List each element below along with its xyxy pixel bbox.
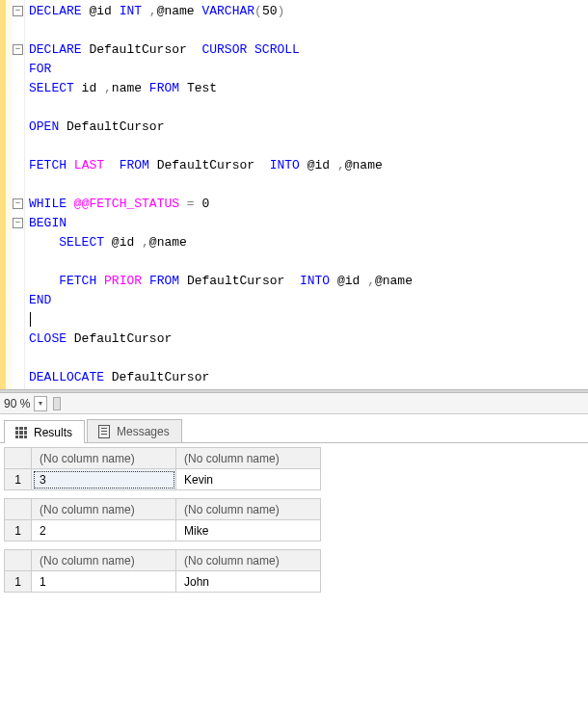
- table-row[interactable]: 12Mike: [5, 520, 321, 541]
- fold-toggle[interactable]: −: [13, 6, 23, 16]
- result-set: (No column name)(No column name)12Mike: [4, 498, 588, 541]
- results-grid[interactable]: (No column name)(No column name)11John: [4, 549, 321, 593]
- text-caret: [30, 312, 31, 327]
- code-line[interactable]: DECLARE @id INT ,@name VARCHAR(50): [29, 2, 588, 21]
- table-row[interactable]: 13Kevin: [5, 469, 321, 490]
- code-line[interactable]: OPEN DefaultCursor: [29, 118, 588, 137]
- grid-corner[interactable]: [5, 550, 32, 571]
- cell[interactable]: 3: [32, 469, 176, 490]
- grid-corner[interactable]: [5, 448, 32, 469]
- code-line[interactable]: FETCH PRIOR FROM DefaultCursor INTO @id …: [29, 272, 588, 291]
- code-line[interactable]: [29, 252, 588, 272]
- column-header[interactable]: (No column name): [32, 448, 176, 469]
- code-area[interactable]: DECLARE @id INT ,@name VARCHAR(50)DECLAR…: [25, 0, 588, 389]
- zoom-dropdown[interactable]: ▾: [34, 396, 47, 411]
- tab-messages-label: Messages: [117, 425, 170, 438]
- result-set: (No column name)(No column name)11John: [4, 549, 588, 593]
- results-grid[interactable]: (No column name)(No column name)12Mike: [4, 498, 321, 541]
- column-header[interactable]: (No column name): [176, 448, 321, 469]
- code-line[interactable]: [29, 137, 588, 156]
- zoom-bar: 90 % ▾: [0, 393, 588, 414]
- code-line[interactable]: [29, 175, 588, 195]
- tab-results-label: Results: [34, 426, 72, 439]
- code-line[interactable]: DEALLOCATE DefaultCursor: [29, 368, 588, 387]
- code-line[interactable]: SELECT id ,name FROM Test: [29, 79, 588, 98]
- code-line[interactable]: END: [29, 291, 588, 310]
- tab-results[interactable]: Results: [4, 420, 85, 443]
- results-pane: (No column name)(No column name)13Kevin(…: [0, 443, 588, 608]
- cell[interactable]: 2: [32, 520, 176, 541]
- code-line[interactable]: [29, 310, 588, 330]
- row-header[interactable]: 1: [5, 520, 32, 541]
- cell[interactable]: Kevin: [176, 469, 321, 490]
- fold-toggle[interactable]: −: [13, 198, 23, 209]
- column-header[interactable]: (No column name): [32, 499, 176, 520]
- results-tabs: Results Messages: [0, 414, 588, 443]
- row-header[interactable]: 1: [5, 571, 32, 593]
- code-line[interactable]: [29, 98, 588, 118]
- tab-messages[interactable]: Messages: [87, 419, 182, 442]
- code-line[interactable]: [29, 349, 588, 368]
- sql-editor[interactable]: −−−− DECLARE @id INT ,@name VARCHAR(50)D…: [0, 0, 588, 389]
- table-row[interactable]: 11John: [5, 571, 321, 593]
- code-line[interactable]: FOR: [29, 60, 588, 79]
- code-line[interactable]: WHILE @@FETCH_STATUS = 0: [29, 195, 588, 214]
- cell[interactable]: John: [176, 571, 321, 593]
- column-header[interactable]: (No column name): [176, 499, 321, 520]
- grid-corner[interactable]: [5, 499, 32, 520]
- row-header[interactable]: 1: [5, 469, 32, 490]
- cell[interactable]: Mike: [176, 520, 321, 541]
- code-line[interactable]: FETCH LAST FROM DefaultCursor INTO @id ,…: [29, 156, 588, 175]
- code-line[interactable]: CLOSE DefaultCursor: [29, 330, 588, 349]
- cell[interactable]: 1: [32, 571, 176, 593]
- grid-icon: [14, 426, 28, 439]
- result-set: (No column name)(No column name)13Kevin: [4, 447, 588, 490]
- messages-icon: [97, 425, 111, 438]
- code-line[interactable]: DECLARE DefaultCursor CURSOR SCROLL: [29, 40, 588, 60]
- code-line[interactable]: SELECT @id ,@name: [29, 233, 588, 252]
- code-line[interactable]: BEGIN: [29, 214, 588, 233]
- column-header[interactable]: (No column name): [32, 550, 176, 571]
- fold-gutter[interactable]: −−−−: [12, 0, 25, 389]
- code-line[interactable]: [29, 21, 588, 40]
- horizontal-scroll-thumb[interactable]: [53, 397, 61, 410]
- fold-toggle[interactable]: −: [13, 44, 23, 55]
- column-header[interactable]: (No column name): [176, 550, 321, 571]
- fold-toggle[interactable]: −: [13, 218, 23, 228]
- zoom-value: 90 %: [4, 397, 34, 410]
- results-grid[interactable]: (No column name)(No column name)13Kevin: [4, 447, 321, 490]
